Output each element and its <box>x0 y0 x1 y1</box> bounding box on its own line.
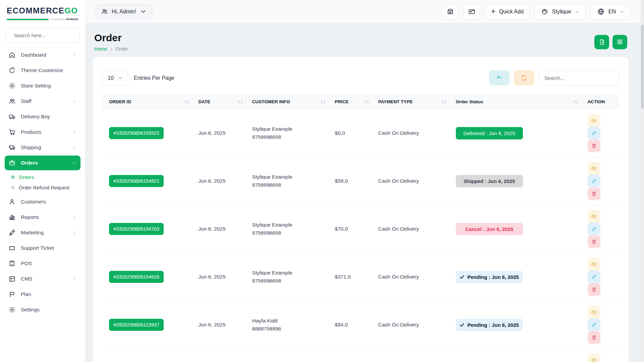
sidebar-item-support-ticket[interactable]: Support Ticket <box>5 241 80 255</box>
scrollbar-track[interactable] <box>641 0 644 362</box>
sidebar-item-dashboard[interactable]: Dashboard <box>5 48 80 62</box>
edit-order-button[interactable] <box>588 223 600 235</box>
sidebar-subitem-order-refund-request[interactable]: Order Refund Request <box>8 182 80 193</box>
column-header[interactable]: PRICE↑↓ <box>331 94 374 109</box>
sidebar-item-shipping[interactable]: Shipping <box>5 140 80 155</box>
order-date: Jun 6, 2025 <box>194 253 248 301</box>
delete-order-button[interactable] <box>588 139 600 152</box>
order-date: Jun 6, 2025 <box>194 109 248 157</box>
sort-icon[interactable]: ↑↓ <box>441 100 448 104</box>
sidebar-item-marketing[interactable]: Marketing <box>5 225 80 240</box>
user-menu-button[interactable]: Hi, Admin! <box>96 4 152 19</box>
order-price: $59,0 <box>331 157 374 205</box>
sidebar-item-theme-customize[interactable]: Theme Customize <box>5 63 80 78</box>
table-toolbar: 10 Entries Per Page <box>102 70 619 85</box>
sidebar-item-staff[interactable]: Staff <box>5 94 80 109</box>
column-header[interactable]: PAYMENT TYPE↑↓ <box>374 94 452 109</box>
brand-logo[interactable]: ECOMMERCEGO Powered By WORKDO <box>0 0 85 23</box>
sidebar-item-settings[interactable]: Settings <box>5 302 80 317</box>
eye-icon <box>591 261 597 267</box>
order-id-badge[interactable]: #3320250606154821 <box>109 175 164 187</box>
view-order-button[interactable] <box>588 114 600 127</box>
sidebar-search-input[interactable] <box>13 32 82 39</box>
sort-icon[interactable]: ↑↓ <box>183 100 190 104</box>
column-header[interactable]: CUSTOMER INFO↑↓ <box>248 94 331 109</box>
edit-order-button[interactable] <box>588 270 600 283</box>
sort-icon[interactable]: ↑↓ <box>363 100 370 104</box>
delete-order-button[interactable] <box>588 331 600 344</box>
view-order-button[interactable] <box>588 306 600 318</box>
order-id-badge[interactable]: #3320250606154703 <box>109 223 164 235</box>
sidebar-item-delivery-boy[interactable]: Delivery Boy <box>5 109 80 124</box>
edit-order-button[interactable] <box>588 175 600 187</box>
eye-icon <box>591 309 597 315</box>
sort-icon[interactable]: ↑↓ <box>237 100 244 104</box>
refresh-icon <box>521 74 528 81</box>
payment-type: Cash On Delivery <box>374 157 452 205</box>
sort-icon[interactable]: ↑↓ <box>320 100 327 104</box>
customer-phone: 9758996658 <box>252 229 327 237</box>
sidebar-item-label: Marketing <box>21 230 44 236</box>
sidebar-item-plan[interactable]: Plan <box>5 287 80 302</box>
briefcase-icon <box>8 159 16 167</box>
theme-switcher-label: Stylique <box>552 9 571 15</box>
edit-order-button[interactable] <box>588 127 600 139</box>
pos-icon <box>8 260 16 267</box>
view-order-button[interactable] <box>588 258 600 270</box>
sidebar-item-reports[interactable]: Reports <box>5 210 80 225</box>
column-header[interactable]: ORDER ID↑↓ <box>102 94 194 109</box>
users-icon <box>8 98 16 105</box>
delete-order-button[interactable] <box>588 283 600 296</box>
ticket-icon <box>8 244 16 252</box>
export-button[interactable] <box>594 35 609 49</box>
sidebar-item-label: Dashboard <box>21 52 46 58</box>
check-icon <box>460 322 465 327</box>
order-price: $70,0 <box>331 349 374 362</box>
sidebar-item-customers[interactable]: Customers <box>5 194 80 209</box>
column-header-label: Order Status <box>456 99 483 104</box>
payment-type: Cash On Delivery <box>374 301 452 349</box>
sidebar-subitem-orders[interactable]: Orders <box>8 172 80 182</box>
scrollbar-thumb[interactable] <box>641 25 644 109</box>
payment-type: Cash On Delivery <box>374 253 452 301</box>
refresh-button[interactable] <box>514 70 534 85</box>
chevron-right-icon <box>72 215 77 220</box>
storefront-button[interactable] <box>442 4 459 19</box>
message-icon <box>468 8 476 15</box>
chevron-right-icon <box>72 277 77 281</box>
view-order-button[interactable] <box>588 210 600 223</box>
sidebar-item-store-setting[interactable]: Store Setting <box>5 78 80 93</box>
language-selector-button[interactable]: EN <box>591 4 631 19</box>
edit-order-button[interactable] <box>588 318 600 331</box>
order-id-badge[interactable]: #2920250606123937 <box>109 319 164 331</box>
plus-icon: + <box>491 8 495 15</box>
messages-button[interactable] <box>463 4 480 19</box>
column-header[interactable]: ACTION <box>584 94 619 109</box>
view-order-button[interactable] <box>588 162 600 175</box>
eye-icon <box>591 117 597 124</box>
breadcrumb-home-link[interactable]: Home <box>94 46 107 52</box>
table-search-input[interactable] <box>539 70 619 85</box>
order-id-badge[interactable]: #3320250606155522 <box>109 127 164 139</box>
sidebar-item-cms[interactable]: CMS <box>5 272 80 286</box>
order-price: $70,0 <box>331 205 374 253</box>
column-header[interactable]: Order Status↑↓ <box>452 94 584 109</box>
sidebar-item-label: Settings <box>21 307 40 313</box>
order-status-badge: Delivered : Jun 6, 2025 <box>456 127 523 139</box>
grid-view-button[interactable] <box>612 35 627 49</box>
entries-per-page-select[interactable]: 10 <box>102 70 128 85</box>
breadcrumb-separator: › <box>111 46 112 52</box>
sidebar-item-pos[interactable]: POS <box>5 256 80 271</box>
view-order-button[interactable] <box>588 354 600 362</box>
theme-switcher-button[interactable]: Stylique <box>535 4 586 19</box>
order-id-badge[interactable]: #3320250606154626 <box>109 271 164 283</box>
sidebar-item-orders[interactable]: Orders <box>5 156 80 170</box>
delete-order-button[interactable] <box>588 187 600 200</box>
sort-icon[interactable]: ↑↓ <box>573 100 580 104</box>
delete-order-button[interactable] <box>588 235 600 248</box>
column-header-label: PRICE <box>335 99 348 104</box>
sidebar-item-products[interactable]: Products <box>5 125 80 139</box>
undo-button[interactable] <box>489 70 509 85</box>
column-header[interactable]: DATE↑↓ <box>194 94 248 109</box>
quick-add-button[interactable]: + Quick Add <box>485 4 530 19</box>
